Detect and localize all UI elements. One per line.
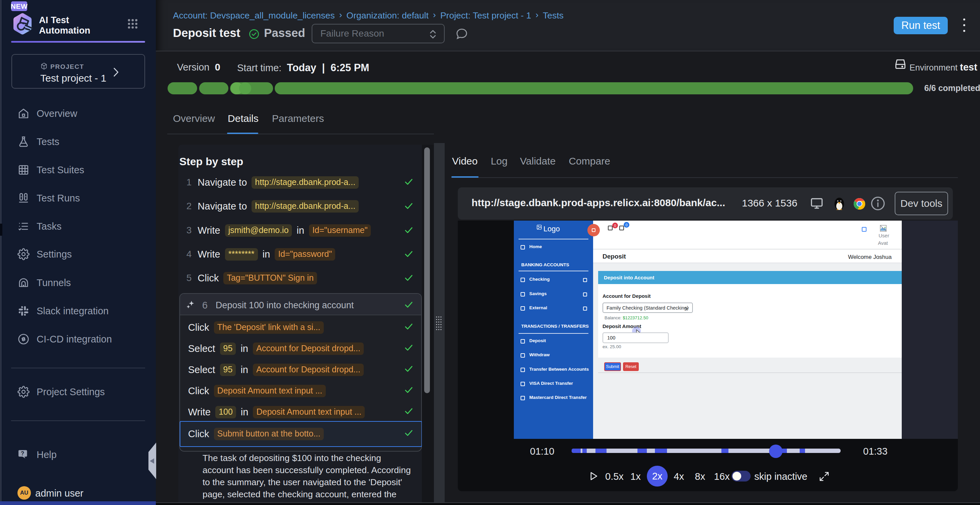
svg-text:?: ?	[21, 450, 24, 456]
